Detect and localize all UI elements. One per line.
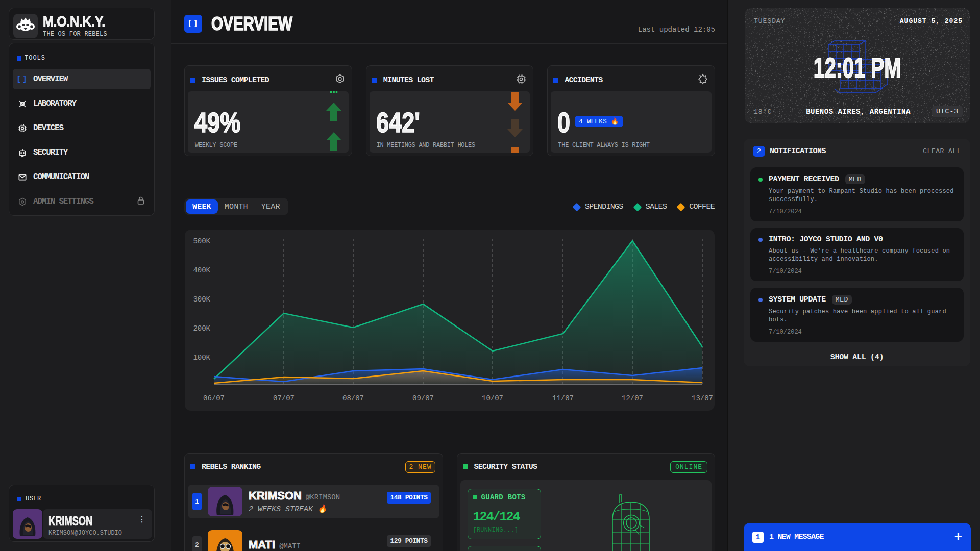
svg-text:100K: 100K xyxy=(193,354,210,362)
svg-text:10/07: 10/07 xyxy=(482,394,503,403)
svg-text:12/07: 12/07 xyxy=(622,394,643,403)
svg-text:200K: 200K xyxy=(193,324,210,333)
svg-text:07/07: 07/07 xyxy=(273,394,295,403)
svg-text:08/07: 08/07 xyxy=(342,394,364,403)
svg-text:400K: 400K xyxy=(193,266,210,274)
svg-text:09/07: 09/07 xyxy=(412,394,434,403)
svg-text:06/07: 06/07 xyxy=(203,394,225,403)
svg-text:500K: 500K xyxy=(193,237,210,245)
svg-text:11/07: 11/07 xyxy=(552,394,574,403)
svg-text:300K: 300K xyxy=(193,295,210,304)
svg-text:13/07: 13/07 xyxy=(692,394,713,403)
